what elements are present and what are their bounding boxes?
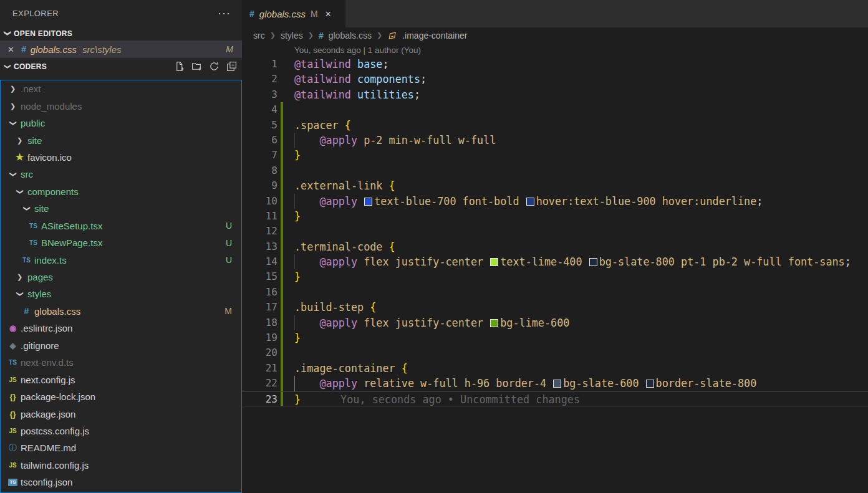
code-text: .spacer { xyxy=(294,118,351,133)
tree-item--eslintrc-json[interactable]: ◉.eslintrc.json xyxy=(1,320,241,337)
code-line-21[interactable]: 21.image-container { xyxy=(242,361,868,376)
tree-item-next-env-d-ts[interactable]: TSnext-env.d.ts xyxy=(1,354,241,371)
tree-item-favicon-ico[interactable]: ★favicon.ico xyxy=(1,149,241,166)
open-editors-section-header[interactable]: ❯ OPEN EDITORS xyxy=(0,26,242,41)
code-line-18[interactable]: 18 @apply flex justify-center bg-lime-60… xyxy=(242,315,868,330)
tree-item-site[interactable]: ❯site xyxy=(1,132,241,148)
tree-item-postcss-config-js[interactable]: JSpostcss.config.js xyxy=(1,423,241,439)
git-untracked-badge: U xyxy=(226,255,232,265)
breadcrumb-file[interactable]: globals.css xyxy=(329,31,372,41)
tree-item-site[interactable]: ❯site xyxy=(1,200,241,217)
tree-item-readme-md[interactable]: ⓘREADME.md xyxy=(1,439,241,456)
gutter-added-indicator xyxy=(281,163,283,178)
breadcrumb-symbol[interactable]: .image-container xyxy=(402,31,467,41)
tab-bar: # globals.css M ✕ xyxy=(242,0,868,27)
breadcrumb-src[interactable]: src xyxy=(253,31,265,41)
new-file-icon[interactable] xyxy=(174,61,185,72)
code-line-17[interactable]: 17.build-step { xyxy=(242,300,868,315)
json-file-icon: {} xyxy=(6,392,19,401)
chevron-down-icon: ❯ xyxy=(20,204,33,213)
close-icon[interactable]: ✕ xyxy=(325,9,332,19)
code-line-10[interactable]: 10 @apply text-blue-700 font-bold hover:… xyxy=(242,194,868,209)
code-line-16[interactable]: 16 xyxy=(242,285,868,300)
tab-globals-css[interactable]: # globals.css M ✕ xyxy=(242,0,345,27)
code-line-2[interactable]: 2@tailwind components; xyxy=(242,72,868,87)
color-swatch-icon[interactable] xyxy=(589,258,597,266)
color-swatch-icon[interactable] xyxy=(646,380,654,388)
eslint-icon: ◉ xyxy=(6,323,19,333)
coders-section-header[interactable]: ❯ CODERS xyxy=(0,58,242,75)
typescript-file-icon: TS xyxy=(20,257,33,264)
code-line-3[interactable]: 3@tailwind utilities; xyxy=(242,87,868,102)
tree-item-asitesetup-tsx[interactable]: TSASiteSetup.tsxU xyxy=(1,218,241,234)
close-icon[interactable]: ✕ xyxy=(7,45,21,54)
code-line-5[interactable]: 5.spacer { xyxy=(242,118,868,133)
color-swatch-icon[interactable] xyxy=(490,319,498,327)
code-line-8[interactable]: 8 xyxy=(242,163,868,178)
color-swatch-icon[interactable] xyxy=(490,258,498,266)
code-line-13[interactable]: 13.terminal-code { xyxy=(242,239,868,254)
tree-item-label: index.ts xyxy=(34,255,67,266)
gutter-added-indicator xyxy=(281,330,283,345)
code-text: @tailwind utilities; xyxy=(294,87,420,102)
tree-item-label: public xyxy=(21,118,45,128)
tree-item--gitignore[interactable]: ◈.gitignore xyxy=(1,337,241,354)
code-line-9[interactable]: 9.external-link { xyxy=(242,178,868,193)
tree-item-node-modules[interactable]: ❯node_modules xyxy=(1,97,241,114)
tree-item-styles[interactable]: ❯styles xyxy=(1,285,241,302)
tree-item-public[interactable]: ❯public xyxy=(1,115,241,132)
code-text: }You, seconds ago • Uncommitted changes xyxy=(294,392,580,406)
code-line-15[interactable]: 15} xyxy=(242,269,868,284)
git-modified-badge: M xyxy=(224,306,232,316)
color-swatch-icon[interactable] xyxy=(364,198,372,206)
tree-item-tsconfig-json[interactable]: TStsconfig.json xyxy=(1,474,241,491)
breadcrumb-styles[interactable]: styles xyxy=(281,31,303,41)
code-line-20[interactable]: 20 xyxy=(242,345,868,360)
tree-item-package-json[interactable]: {}package.json xyxy=(1,405,241,422)
code-line-12[interactable]: 12 xyxy=(242,224,868,239)
open-editors-label: OPEN EDITORS xyxy=(14,29,72,38)
tree-item-label: .eslintrc.json xyxy=(21,323,72,333)
color-swatch-icon[interactable] xyxy=(553,380,561,388)
line-number: 15 xyxy=(242,269,277,284)
tree-item-src[interactable]: ❯src xyxy=(1,166,241,183)
gutter-added-indicator xyxy=(281,194,283,209)
tree-item-next-config-js[interactable]: JSnext.config.js xyxy=(1,371,241,388)
tree-item-components[interactable]: ❯components xyxy=(1,183,241,200)
tree-item-index-ts[interactable]: TSindex.tsU xyxy=(1,251,241,268)
git-modified-badge: M xyxy=(311,9,318,19)
code-line-1[interactable]: 1@tailwind base; xyxy=(242,57,868,72)
tree-item-package-lock-json[interactable]: {}package-lock.json xyxy=(1,388,241,405)
code-line-14[interactable]: 14 @apply flex justify-center text-lime-… xyxy=(242,254,868,269)
tree-item-tailwind-config-js[interactable]: JStailwind.config.js xyxy=(1,457,241,474)
tree-item-globals-css[interactable]: #globals.cssM xyxy=(1,303,241,320)
code-line-7[interactable]: 7} xyxy=(242,148,868,163)
codelens-annotation[interactable]: You, seconds ago | 1 author (You) xyxy=(294,44,868,57)
tree-item-bnewpage-tsx[interactable]: TSBNewPage.tsxU xyxy=(1,234,241,251)
tree-item--next[interactable]: ❯.next xyxy=(1,80,241,97)
gutter-added-indicator xyxy=(281,315,283,330)
favicon-star-icon: ★ xyxy=(13,151,26,163)
code-line-11[interactable]: 11} xyxy=(242,209,868,224)
code-line-19[interactable]: 19} xyxy=(242,330,868,345)
new-folder-icon[interactable] xyxy=(191,61,202,72)
open-editor-item-globals-css[interactable]: ✕ # globals.css src\styles M xyxy=(0,41,242,58)
line-number: 21 xyxy=(242,361,277,376)
more-actions-icon[interactable]: ··· xyxy=(218,10,231,16)
chevron-right-icon: ❯ xyxy=(13,273,26,281)
code-line-23[interactable]: 23}You, seconds ago • Uncommitted change… xyxy=(242,391,868,406)
code-line-22[interactable]: 22 @apply relative w-full h-96 border-4 … xyxy=(242,376,868,391)
refresh-icon[interactable] xyxy=(209,61,219,72)
code-line-6[interactable]: 6 @apply p-2 min-w-full w-full xyxy=(242,133,868,148)
javascript-file-icon: JS xyxy=(6,376,19,383)
line-number: 20 xyxy=(242,345,277,360)
git-icon: ◈ xyxy=(6,341,19,350)
tree-item-label: tailwind.config.js xyxy=(21,460,89,471)
line-number: 1 xyxy=(242,57,277,72)
tree-item-pages[interactable]: ❯pages xyxy=(1,269,241,285)
code-line-4[interactable]: 4 xyxy=(242,102,868,117)
class-symbol-icon xyxy=(387,31,397,41)
breadcrumb: src ❯ styles ❯ # globals.css ❯ .image-co… xyxy=(242,27,868,44)
color-swatch-icon[interactable] xyxy=(526,198,534,206)
collapse-all-icon[interactable] xyxy=(226,61,237,72)
